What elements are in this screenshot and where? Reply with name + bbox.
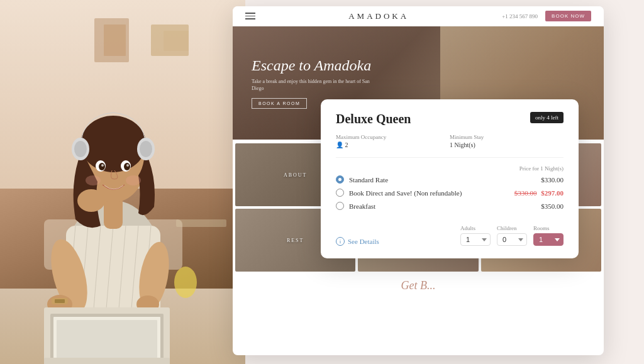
rate-name-direct: Book Direct and Save! (Non refundable) [349, 189, 514, 197]
info-icon: i [336, 237, 345, 246]
rate-price-standard: $330.00 [541, 176, 564, 184]
rooms-select[interactable]: 1 2 3 [533, 233, 564, 246]
hamburger-menu[interactable] [245, 13, 255, 19]
woman-illustration [0, 6, 245, 364]
min-stay-label: Minimum Stay [450, 134, 564, 140]
rate-row-breakfast[interactable]: Breakfast $350.00 [336, 202, 564, 210]
svg-point-34 [140, 141, 152, 157]
price-for-label: Price for 1 Night(s) [336, 165, 564, 172]
svg-rect-42 [176, 219, 226, 227]
rate-row-standard[interactable]: Standard Rate $330.00 [336, 175, 564, 184]
phone-number: +1 234 567 890 [502, 13, 538, 19]
max-occupancy-label: Maximum Occupancy [336, 134, 450, 140]
header-right: +1 234 567 890 BOOK NOW [502, 11, 591, 21]
svg-rect-40 [44, 358, 170, 364]
booking-controls: Adults 1 2 Children 0 1 2 Rooms [460, 225, 564, 246]
svg-rect-3 [104, 25, 126, 56]
children-select[interactable]: 0 1 2 [497, 233, 527, 246]
see-details-label: See Details [348, 238, 379, 245]
room-modal-card: Deluxe Queen only 4 left Maximum Occupan… [321, 99, 579, 258]
rooms-control: Rooms 1 2 3 [533, 225, 564, 246]
room-meta: Maximum Occupancy 👤 2 Minimum Stay 1 Nig… [336, 134, 564, 148]
svg-point-35 [77, 189, 105, 212]
bottom-teaser: Get B... [233, 274, 604, 297]
adults-select[interactable]: 1 2 [460, 233, 491, 246]
hotel-header: AMADOKA +1 234 567 890 BOOK NOW [233, 6, 604, 26]
adults-label: Adults [460, 225, 475, 231]
max-occupancy-value: 👤 2 [336, 141, 450, 148]
availability-badge: only 4 left [530, 112, 564, 123]
rate-name-breakfast: Breakfast [349, 202, 541, 210]
rate-price-direct: $330.00 $297.00 [514, 189, 564, 197]
svg-point-32 [74, 141, 87, 157]
book-now-button[interactable]: BOOK NOW [545, 11, 591, 21]
svg-point-30 [126, 175, 141, 185]
svg-point-26 [124, 163, 130, 170]
hotel-name: AMADOKA [348, 11, 409, 21]
discounted-price-direct: $297.00 [541, 189, 564, 197]
hero-subtitle: Take a break and enjoy this hidden gem i… [252, 78, 377, 92]
radio-standard[interactable] [336, 175, 344, 184]
person-icon: 👤 [336, 141, 343, 148]
min-stay-value: 1 Night(s) [450, 141, 564, 148]
svg-rect-1 [164, 31, 189, 51]
browser-mockup: AMADOKA +1 234 567 890 BOOK NOW Escape t… [233, 6, 604, 355]
svg-point-25 [99, 163, 105, 170]
svg-point-22 [80, 116, 146, 172]
svg-point-28 [126, 164, 129, 167]
hero-photo [0, 0, 245, 364]
svg-point-41 [174, 267, 197, 298]
hero-cta-button[interactable]: BOOK A ROOM [252, 98, 307, 109]
svg-point-29 [86, 175, 101, 185]
rate-section: Price for 1 Night(s) Standard Rate $330.… [336, 157, 564, 210]
adults-control: Adults 1 2 [460, 225, 491, 246]
rate-price-breakfast: $350.00 [541, 202, 564, 210]
see-details-link[interactable]: i See Details [336, 237, 379, 246]
room-title: Deluxe Queen [336, 112, 411, 126]
rate-row-direct[interactable]: Book Direct and Save! (Non refundable) $… [336, 189, 564, 197]
min-stay-group: Minimum Stay 1 Night(s) [450, 134, 564, 148]
modal-header: Deluxe Queen only 4 left [336, 112, 564, 126]
radio-direct[interactable] [336, 189, 344, 197]
svg-point-27 [101, 164, 104, 167]
svg-rect-39 [57, 320, 157, 364]
radio-breakfast[interactable] [336, 202, 344, 210]
max-occupancy-group: Maximum Occupancy 👤 2 [336, 134, 450, 148]
rate-name-standard: Standard Rate [349, 176, 541, 184]
children-control: Children 0 1 2 [497, 225, 527, 246]
children-label: Children [497, 225, 517, 231]
original-price-direct: $330.00 [514, 189, 537, 197]
svg-rect-19 [55, 299, 65, 303]
rooms-label: Rooms [533, 225, 550, 231]
